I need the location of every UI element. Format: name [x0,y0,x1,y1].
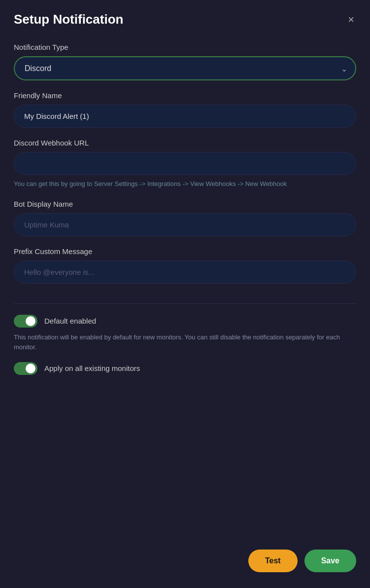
notification-type-select-wrapper: Discord Slack Telegram Email Webhook ⌄ [14,56,356,80]
default-enabled-label: Default enabled [44,317,96,325]
friendly-name-label: Friendly Name [14,91,356,100]
apply-all-toggle[interactable] [14,362,37,375]
notification-type-label: Notification Type [14,43,356,51]
webhook-url-field: Discord Webhook URL You can get this by … [14,139,356,189]
friendly-name-field: Friendly Name [14,91,356,128]
prefix-custom-message-label: Prefix Custom Message [14,247,356,256]
apply-all-slider [14,362,37,375]
modal-title: Setup Notification [14,12,123,27]
apply-all-label: Apply on all existing monitors [44,364,140,372]
default-enabled-row: Default enabled [14,315,356,328]
close-button[interactable]: × [346,12,356,27]
bot-display-name-input[interactable] [14,213,356,236]
friendly-name-input[interactable] [14,105,356,128]
notification-type-select[interactable]: Discord Slack Telegram Email Webhook [14,56,356,80]
prefix-custom-message-input[interactable] [14,260,356,284]
modal-footer: Test Save [14,535,356,572]
notification-type-field: Notification Type Discord Slack Telegram… [14,43,356,80]
webhook-url-input[interactable] [14,152,356,175]
default-enabled-toggle[interactable] [14,315,37,328]
bot-display-name-field: Bot Display Name [14,200,356,236]
test-button[interactable]: Test [248,550,298,572]
bot-display-name-label: Bot Display Name [14,200,356,208]
prefix-custom-message-field: Prefix Custom Message [14,247,356,284]
setup-notification-modal: Setup Notification × Notification Type D… [0,0,370,588]
divider [14,303,356,304]
default-enabled-slider [14,315,37,328]
apply-all-row: Apply on all existing monitors [14,362,356,375]
modal-header: Setup Notification × [14,12,356,27]
webhook-url-label: Discord Webhook URL [14,139,356,147]
default-enabled-description: This notification will be enabled by def… [14,332,356,352]
webhook-url-help-text: You can get this by going to Server Sett… [14,179,356,189]
save-button[interactable]: Save [304,550,356,572]
